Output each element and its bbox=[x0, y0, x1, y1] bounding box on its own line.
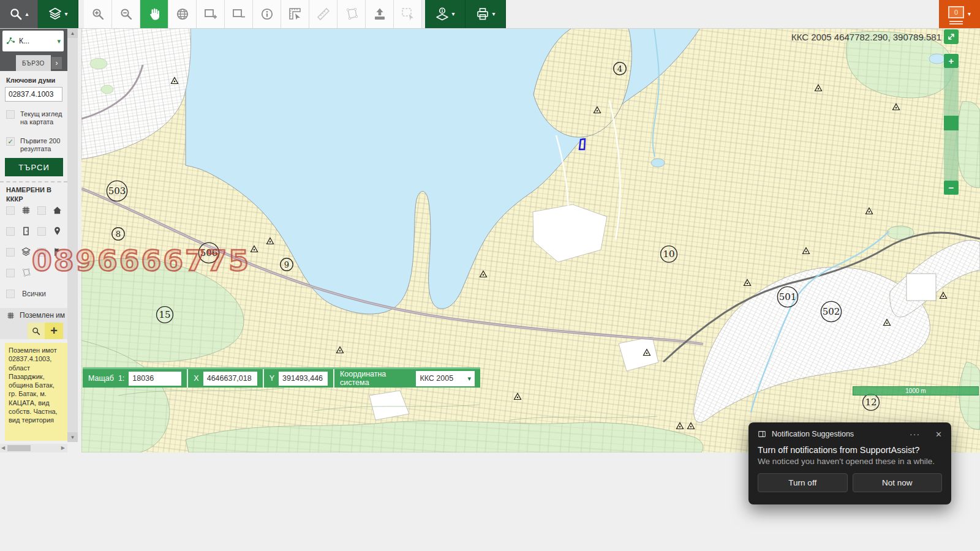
hand-icon bbox=[147, 7, 162, 21]
zoom-rectangle-in-button[interactable] bbox=[197, 0, 225, 28]
scroll-left-arrow[interactable]: ◀ bbox=[1, 445, 5, 451]
identify-layers-button[interactable]: ▾ bbox=[425, 0, 466, 28]
y-coordinate-input[interactable] bbox=[279, 372, 328, 386]
chevron-down-icon[interactable]: ▾ bbox=[968, 11, 971, 17]
upload-icon bbox=[372, 7, 387, 21]
x-segment: X bbox=[187, 369, 262, 388]
buildings-checkbox[interactable] bbox=[37, 206, 46, 215]
svg-text:12: 12 bbox=[865, 397, 876, 408]
layers-tool-button[interactable]: ▾ bbox=[38, 0, 78, 28]
scale-label: Мащаб bbox=[88, 374, 114, 383]
crs-dropdown[interactable]: ККС 2005 ▾ bbox=[416, 371, 475, 386]
y-label: Y bbox=[270, 374, 274, 383]
filter-row-zones bbox=[6, 268, 31, 278]
slider-zoom-in-button[interactable]: + bbox=[944, 54, 959, 68]
result-item[interactable]: Поземлен имот 02837.4.1003, област Пазар… bbox=[5, 343, 67, 441]
window-frame-icon bbox=[758, 430, 766, 438]
divider bbox=[0, 181, 67, 182]
flags-checkbox[interactable] bbox=[37, 248, 46, 257]
sidebar-horizontal-scrollbar[interactable]: ◀ ▶ bbox=[0, 444, 67, 452]
tab-quick-search[interactable]: БЪРЗО bbox=[16, 55, 51, 71]
map-toolbar: ▴ ▾ ▾ ▾ 0 ▾ bbox=[0, 0, 980, 29]
svg-text:503: 503 bbox=[108, 186, 126, 197]
fullscreen-button[interactable] bbox=[944, 29, 959, 44]
map-svg[interactable]: 503850691541050150212 bbox=[81, 28, 980, 452]
scroll-up-arrow[interactable]: ▲ bbox=[67, 28, 78, 38]
units-checkbox[interactable] bbox=[6, 227, 15, 236]
notifications-list-button[interactable]: 0 ▾ bbox=[939, 0, 980, 28]
expand-icon bbox=[946, 32, 956, 42]
notification-app-title: Notification Suggestions bbox=[772, 430, 904, 438]
svg-text:4: 4 bbox=[617, 64, 622, 73]
locate-result-button[interactable] bbox=[28, 323, 45, 339]
sidebar-vertical-scrollbar[interactable]: ▲ ▼ bbox=[67, 28, 78, 442]
chevron-down-icon[interactable]: ▾ bbox=[492, 11, 495, 17]
building-icon bbox=[21, 226, 31, 236]
select-box-button[interactable] bbox=[394, 0, 422, 28]
zoom-in-button[interactable] bbox=[84, 0, 112, 28]
search-submit-button[interactable]: ТЪРСИ bbox=[5, 158, 63, 176]
pan-tool-button[interactable] bbox=[140, 0, 168, 28]
result-section-title: Поземлен им bbox=[20, 311, 65, 320]
scale-segment: Мащаб 1: bbox=[83, 369, 187, 388]
map-zone-label: 9 bbox=[281, 258, 293, 271]
search-icon bbox=[31, 326, 41, 336]
more-options-icon[interactable]: ··· bbox=[910, 429, 920, 439]
chevron-down-icon[interactable]: ▾ bbox=[451, 11, 454, 17]
rect-minus-icon bbox=[232, 7, 246, 21]
not-now-button[interactable]: Not now bbox=[853, 473, 943, 492]
zoom-rectangle-out-button[interactable] bbox=[225, 0, 253, 28]
x-label: X bbox=[194, 374, 198, 383]
branch-icon bbox=[6, 36, 16, 47]
svg-text:10: 10 bbox=[663, 249, 674, 260]
measure-area-button[interactable] bbox=[281, 0, 309, 28]
toolbar-gap bbox=[78, 0, 84, 28]
rect-plus-icon bbox=[203, 7, 218, 21]
notification-header: Notification Suggestions ··· ✕ bbox=[748, 422, 951, 439]
flag-icon bbox=[52, 247, 62, 257]
points-checkbox[interactable] bbox=[37, 227, 46, 236]
current-view-checkbox[interactable] bbox=[6, 110, 15, 119]
upload-button[interactable] bbox=[366, 0, 394, 28]
chevron-down-icon[interactable]: ▾ bbox=[64, 11, 67, 17]
result-section-header: Поземлен им bbox=[0, 308, 67, 323]
parcel-grid-icon bbox=[6, 311, 15, 320]
layers-checkbox[interactable] bbox=[6, 248, 15, 257]
turn-off-button[interactable]: Turn off bbox=[758, 473, 848, 492]
draw-polygon-button[interactable] bbox=[337, 0, 366, 28]
parcels-checkbox[interactable] bbox=[6, 206, 15, 215]
chevron-up-icon[interactable]: ▴ bbox=[25, 11, 28, 17]
svg-text:506: 506 bbox=[200, 247, 218, 258]
identify-button[interactable] bbox=[253, 0, 281, 28]
map-zone-label: 10 bbox=[661, 246, 677, 263]
measure-distance-button[interactable] bbox=[309, 0, 337, 28]
notification-actions: Turn off Not now bbox=[748, 466, 951, 492]
notification-subtext: We noticed you haven't opened these in a… bbox=[758, 457, 942, 466]
zoom-in-icon bbox=[91, 7, 105, 21]
search-tabs-row: БЪРЗО › bbox=[0, 55, 67, 71]
add-result-button[interactable]: + bbox=[45, 323, 63, 339]
scale-input[interactable] bbox=[129, 372, 181, 386]
zoom-slider-handle[interactable] bbox=[944, 116, 959, 130]
zoom-out-button[interactable] bbox=[112, 0, 140, 28]
search-tool-button[interactable]: ▴ bbox=[0, 0, 38, 28]
zones-checkbox[interactable] bbox=[6, 269, 15, 277]
print-button[interactable]: ▾ bbox=[466, 0, 506, 28]
full-extent-button[interactable] bbox=[168, 0, 197, 28]
first-200-checkbox[interactable]: ✓ bbox=[6, 137, 15, 146]
scroll-down-arrow[interactable]: ▼ bbox=[67, 432, 78, 442]
svg-text:9: 9 bbox=[284, 260, 289, 269]
all-checkbox[interactable] bbox=[6, 290, 15, 298]
scrollbar-thumb[interactable] bbox=[7, 445, 31, 451]
scroll-right-arrow[interactable]: ▶ bbox=[61, 445, 65, 451]
zoom-slider-track[interactable] bbox=[944, 68, 959, 181]
x-coordinate-input[interactable] bbox=[203, 372, 257, 386]
slider-zoom-out-button[interactable]: − bbox=[944, 181, 959, 195]
close-icon[interactable]: ✕ bbox=[935, 430, 942, 439]
document-count-icon: 0 bbox=[948, 6, 964, 23]
keywords-input[interactable] bbox=[5, 87, 62, 102]
search-type-dropdown[interactable]: К... ▾ bbox=[2, 31, 64, 51]
crs-label: Координатна система bbox=[340, 370, 412, 387]
tab-next-arrow-button[interactable]: › bbox=[51, 57, 62, 69]
scale-ratio: 1: bbox=[118, 374, 124, 383]
